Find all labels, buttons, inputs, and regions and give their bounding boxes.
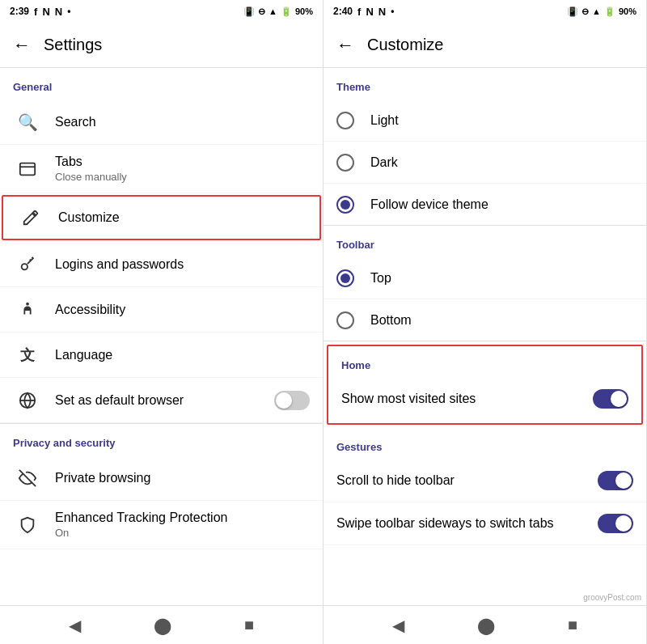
swipe-toolbar-knob <box>615 515 632 532</box>
back-button-right[interactable]: ← <box>336 35 354 56</box>
swipe-toolbar-label: Swipe toolbar sideways to switch tabs <box>336 516 554 531</box>
bottom-nav-right: ◀ ⬤ ■ <box>324 605 646 644</box>
scroll-hide-toggle[interactable] <box>598 471 633 490</box>
nav-home-left[interactable]: ⬤ <box>147 609 178 642</box>
status-right-left-items: 2:40 f N N • <box>333 6 394 18</box>
swipe-toolbar-toggle[interactable] <box>598 514 633 533</box>
settings-item-tracking[interactable]: Enhanced Tracking Protection On <box>0 501 323 549</box>
show-most-visited-knob <box>611 391 627 407</box>
default-browser-toggle-switch[interactable] <box>274 391 310 410</box>
customize-content: Customize <box>58 210 307 225</box>
swipe-toolbar-item[interactable]: Swipe toolbar sideways to switch tabs <box>324 502 646 545</box>
status-bar-right: 2:40 f N N • 📳 ⊖ ▲ 🔋 90% <box>324 0 646 23</box>
customize-icon <box>16 209 45 227</box>
show-most-visited-item[interactable]: Show most visited sites <box>328 378 641 420</box>
radio-follow-device-inner <box>340 200 350 210</box>
settings-item-default-browser[interactable]: Set as default browser <box>0 378 323 423</box>
toolbar-bottom-label: Bottom <box>370 313 412 328</box>
time-right: 2:40 <box>333 6 353 17</box>
accessibility-title: Accessibility <box>55 303 310 317</box>
default-browser-toggle-knob <box>276 392 292 409</box>
app-bar-right: ← Customize <box>324 23 646 68</box>
status-bar-left: 2:39 f N N • 📳 ⊖ ▲ 🔋 90% <box>0 0 323 23</box>
nav-home-right[interactable]: ⬤ <box>471 609 501 642</box>
private-browsing-content: Private browsing <box>55 471 310 485</box>
radio-light[interactable] <box>336 112 354 129</box>
wifi-icon: ▲ <box>269 6 277 16</box>
private-icon <box>13 469 42 487</box>
section-toolbar: Toolbar <box>324 226 646 257</box>
theme-follow-item[interactable]: Follow device theme <box>324 184 646 226</box>
n-icon-r2: N <box>378 6 386 18</box>
battery-icon-right: 🔋 <box>604 6 615 17</box>
nav-recent-right[interactable]: ■ <box>561 609 584 641</box>
language-icon: 文 <box>13 345 42 365</box>
globe-icon <box>13 392 42 409</box>
theme-dark-item[interactable]: Dark <box>324 142 646 184</box>
customize-list: Theme Light Dark Follow device theme Too… <box>324 68 646 605</box>
language-content: Language <box>55 348 310 362</box>
tabs-icon <box>13 160 42 178</box>
logins-title: Logins and passwords <box>55 257 310 272</box>
theme-dark-label: Dark <box>370 155 398 170</box>
status-right-left: 📳 ⊖ ▲ 🔋 90% <box>243 6 313 17</box>
signal-icon: ⊖ <box>258 6 265 17</box>
svg-point-3 <box>26 302 29 305</box>
signal-icon-r: ⊖ <box>581 6 589 17</box>
nav-back-right[interactable]: ◀ <box>386 609 411 642</box>
radio-follow-device[interactable] <box>336 196 354 214</box>
scroll-hide-label: Scroll to hide toolbar <box>336 473 455 488</box>
section-general: General <box>0 68 323 100</box>
search-icon: 🔍 <box>13 112 42 132</box>
section-gestures: Gestures <box>324 428 646 460</box>
back-button-left[interactable]: ← <box>13 35 31 56</box>
nav-recent-left[interactable]: ■ <box>238 609 260 641</box>
right-panel: 2:40 f N N • 📳 ⊖ ▲ 🔋 90% ← Customize The… <box>324 0 647 644</box>
show-most-visited-toggle[interactable] <box>593 389 628 409</box>
battery-pct-left: 90% <box>295 6 313 16</box>
customize-title: Customize <box>58 210 307 225</box>
n-icon-r1: N <box>366 6 373 18</box>
radio-bottom[interactable] <box>336 311 354 329</box>
private-browsing-title: Private browsing <box>55 471 310 485</box>
radio-dark[interactable] <box>336 154 354 172</box>
watermark: groovyPost.com <box>583 593 641 602</box>
settings-item-language[interactable]: 文 Language <box>0 333 323 378</box>
logins-content: Logins and passwords <box>55 257 310 272</box>
svg-rect-0 <box>20 163 35 175</box>
radio-top-inner <box>340 273 350 283</box>
status-right-right-items: 📳 ⊖ ▲ 🔋 90% <box>567 6 636 17</box>
settings-item-customize[interactable]: Customize <box>2 195 321 240</box>
bottom-nav-left: ◀ ⬤ ■ <box>0 605 323 644</box>
default-browser-toggle[interactable] <box>274 391 310 410</box>
n-icon-1: N <box>42 6 49 18</box>
settings-item-search[interactable]: 🔍 Search <box>0 100 323 145</box>
battery-pct-right: 90% <box>619 6 636 16</box>
accessibility-content: Accessibility <box>55 303 310 317</box>
theme-follow-label: Follow device theme <box>370 197 488 212</box>
logins-icon <box>13 256 42 273</box>
left-panel: 2:39 f N N • 📳 ⊖ ▲ 🔋 90% ← Settings Gene… <box>0 0 324 644</box>
toolbar-top-item[interactable]: Top <box>324 257 646 299</box>
settings-list: General 🔍 Search Tabs Close manually <box>0 68 323 605</box>
theme-light-item[interactable]: Light <box>324 100 646 142</box>
scroll-hide-toolbar-item[interactable]: Scroll to hide toolbar <box>324 460 646 502</box>
tracking-content: Enhanced Tracking Protection On <box>55 511 310 539</box>
section-privacy: Privacy and security <box>0 424 323 455</box>
tracking-subtitle: On <box>55 527 310 539</box>
svg-point-2 <box>22 264 27 269</box>
dot-icon-r: • <box>391 6 394 17</box>
search-content: Search <box>55 115 310 129</box>
settings-item-logins[interactable]: Logins and passwords <box>0 242 323 287</box>
toolbar-bottom-item[interactable]: Bottom <box>324 299 646 341</box>
status-left: 2:39 f N N • <box>10 6 70 18</box>
radio-top[interactable] <box>336 269 354 287</box>
vibrate-icon: 📳 <box>243 6 255 17</box>
battery-icon-left: 🔋 <box>281 6 292 17</box>
nav-back-left[interactable]: ◀ <box>62 609 87 642</box>
settings-title: Settings <box>44 36 102 54</box>
settings-item-tabs[interactable]: Tabs Close manually <box>0 145 323 193</box>
settings-item-accessibility[interactable]: Accessibility <box>0 287 323 333</box>
settings-item-private-browsing[interactable]: Private browsing <box>0 455 323 501</box>
fb-icon: f <box>34 6 37 18</box>
